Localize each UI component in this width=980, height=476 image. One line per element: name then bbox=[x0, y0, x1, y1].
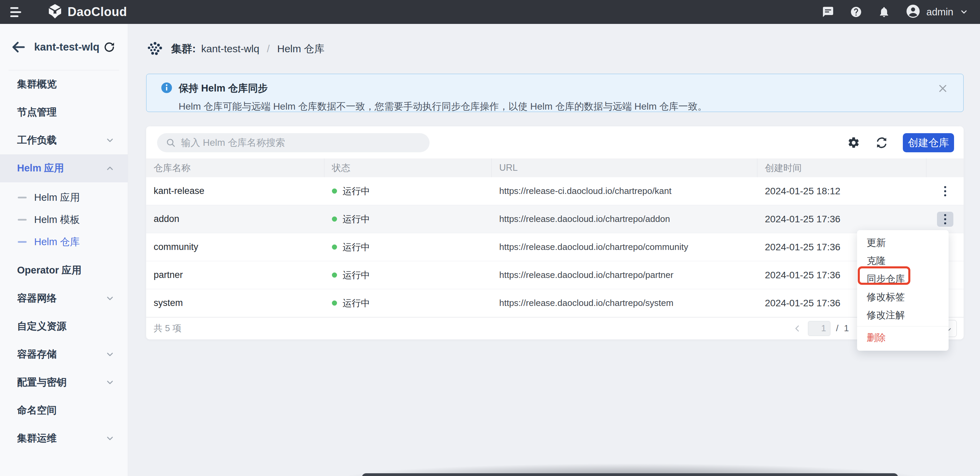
sidebar: kant-test-wlq 集群概览 节点管理 工作负载 Helm 应用 Hel… bbox=[0, 24, 128, 476]
prev-page-icon[interactable] bbox=[792, 323, 802, 334]
status-dot-running bbox=[332, 188, 337, 194]
username: admin bbox=[926, 6, 953, 18]
breadcrumb-separator: / bbox=[267, 43, 269, 55]
status-dot-running bbox=[332, 272, 337, 278]
column-header-name: 仓库名称 bbox=[146, 158, 325, 177]
cluster-dots-icon bbox=[147, 41, 163, 57]
menu-item-update[interactable]: 更新 bbox=[857, 234, 948, 252]
sidebar-item-config-secrets[interactable]: 配置与密钥 bbox=[0, 368, 128, 396]
dash-icon bbox=[18, 219, 27, 221]
row-actions-menu: 更新 克隆 同步仓库 修改标签 修改注解 删除 bbox=[857, 230, 948, 351]
info-icon bbox=[161, 82, 172, 95]
table-row-system[interactable]: system 运行中 https://release.daocloud.io/c… bbox=[146, 289, 964, 317]
topbar: DaoCloud admin bbox=[0, 0, 980, 24]
close-icon[interactable] bbox=[937, 82, 949, 95]
status-dot-running bbox=[332, 301, 337, 306]
chevron-down-icon bbox=[105, 378, 115, 387]
help-icon[interactable] bbox=[850, 6, 862, 18]
avatar-icon bbox=[906, 4, 920, 20]
chevron-down-icon bbox=[105, 135, 115, 145]
row-actions-kebab-icon-open[interactable] bbox=[937, 212, 953, 227]
settings-gear-icon[interactable] bbox=[847, 136, 861, 150]
search-input[interactable] bbox=[181, 137, 421, 148]
menu-toggle-icon[interactable] bbox=[10, 6, 24, 18]
chevron-down-icon bbox=[105, 434, 115, 443]
info-banner: 保持 Helm 仓库同步 Helm 仓库可能与远端 Helm 仓库数据不一致，您… bbox=[146, 74, 964, 112]
sidebar-header: kant-test-wlq bbox=[0, 24, 128, 70]
column-header-actions bbox=[926, 158, 964, 177]
breadcrumb-cluster-link[interactable]: kant-test-wlq bbox=[201, 43, 259, 55]
dash-icon bbox=[18, 197, 27, 198]
sidebar-item-node-management[interactable]: 节点管理 bbox=[0, 98, 128, 126]
page-separator: / bbox=[836, 323, 838, 334]
brand-logo[interactable]: DaoCloud bbox=[47, 3, 127, 21]
helm-submenu: Helm 应用 Helm 模板 Helm 仓库 bbox=[0, 182, 128, 256]
column-header-created: 创建时间 bbox=[757, 158, 926, 177]
sidebar-item-operator-apps[interactable]: Operator 应用 bbox=[0, 256, 128, 285]
sidebar-item-namespaces[interactable]: 命名空间 bbox=[0, 396, 128, 424]
sidebar-subitem-helm-templates[interactable]: Helm 模板 bbox=[0, 209, 128, 231]
menu-item-delete[interactable]: 删除 bbox=[857, 328, 948, 347]
topbar-actions: admin bbox=[822, 4, 968, 20]
cluster-name: kant-test-wlq bbox=[34, 41, 102, 53]
notifications-bell-icon[interactable] bbox=[878, 6, 890, 18]
page-number-input[interactable] bbox=[808, 321, 830, 336]
banner-description: Helm 仓库可能与远端 Helm 仓库数据不一致，您需要手动执行同步仓库操作，… bbox=[178, 100, 939, 113]
breadcrumb-current-page: Helm 仓库 bbox=[277, 42, 325, 56]
total-count: 共 5 项 bbox=[154, 322, 181, 334]
user-menu[interactable]: admin bbox=[906, 4, 968, 20]
sidebar-item-cluster-ops[interactable]: 集群运维 bbox=[0, 424, 128, 452]
table-row-community[interactable]: community 运行中 https://release.daocloud.i… bbox=[146, 233, 964, 261]
back-arrow-icon[interactable] bbox=[12, 40, 27, 54]
table-toolbar: 创建仓库 bbox=[146, 126, 964, 152]
chevron-down-icon bbox=[105, 350, 115, 359]
sidebar-item-cluster-overview[interactable]: 集群概览 bbox=[0, 70, 128, 98]
column-header-url: URL bbox=[492, 158, 757, 177]
table-row-kant-release[interactable]: kant-release 运行中 https://release-ci.daoc… bbox=[146, 177, 964, 205]
table-header: 仓库名称 状态 URL 创建时间 bbox=[146, 158, 964, 177]
switch-cluster-icon[interactable] bbox=[102, 40, 116, 54]
repo-table-card: 创建仓库 仓库名称 状态 URL 创建时间 kant-release 运行中 h… bbox=[146, 126, 964, 339]
chevron-up-icon bbox=[105, 164, 115, 173]
daocloud-logo-icon bbox=[47, 3, 63, 21]
breadcrumb-label: 集群: bbox=[171, 41, 196, 56]
menu-item-clone[interactable]: 克隆 bbox=[857, 252, 948, 270]
chevron-down-icon bbox=[959, 8, 968, 16]
column-header-status: 状态 bbox=[325, 158, 492, 177]
banner-title: 保持 Helm 仓库同步 bbox=[178, 81, 268, 95]
total-pages: 1 bbox=[844, 323, 849, 334]
repo-table: 仓库名称 状态 URL 创建时间 kant-release 运行中 https:… bbox=[146, 158, 964, 317]
search-icon bbox=[166, 138, 175, 148]
status-dot-running bbox=[332, 245, 337, 250]
feedback-icon[interactable] bbox=[822, 6, 834, 18]
main-content: 集群: kant-test-wlq / Helm 仓库 保持 Helm 仓库同步… bbox=[128, 24, 980, 476]
brand-name: DaoCloud bbox=[68, 5, 127, 19]
sidebar-subitem-helm-repos[interactable]: Helm 仓库 bbox=[0, 231, 128, 253]
refresh-icon[interactable] bbox=[875, 136, 888, 150]
daocloud-helm-repo-page: DaoCloud admin bbox=[0, 0, 980, 476]
sidebar-item-helm-apps[interactable]: Helm 应用 bbox=[0, 154, 128, 182]
sidebar-item-container-network[interactable]: 容器网络 bbox=[0, 285, 128, 312]
sidebar-item-workloads[interactable]: 工作负载 bbox=[0, 126, 128, 154]
menu-item-edit-labels[interactable]: 修改标签 bbox=[857, 288, 948, 306]
dash-icon bbox=[18, 241, 27, 243]
chevron-down-icon bbox=[105, 294, 115, 303]
menu-item-edit-annotations[interactable]: 修改注解 bbox=[857, 306, 948, 324]
row-actions-kebab-icon[interactable] bbox=[937, 184, 953, 199]
sidebar-subitem-helm-apps[interactable]: Helm 应用 bbox=[0, 186, 128, 209]
table-footer: 共 5 项 / 1 bbox=[146, 317, 964, 339]
sidebar-item-custom-resources[interactable]: 自定义资源 bbox=[0, 312, 128, 341]
sidebar-item-container-storage[interactable]: 容器存储 bbox=[0, 341, 128, 368]
create-repo-button[interactable]: 创建仓库 bbox=[903, 133, 954, 152]
search-box bbox=[157, 133, 430, 152]
table-row-partner[interactable]: partner 运行中 https://release.daocloud.io/… bbox=[146, 261, 964, 289]
menu-divider bbox=[857, 326, 948, 326]
table-row-addon[interactable]: addon 运行中 https://release.daocloud.io/ch… bbox=[146, 205, 964, 233]
breadcrumb: 集群: kant-test-wlq / Helm 仓库 bbox=[128, 24, 980, 74]
menu-item-sync-repo[interactable]: 同步仓库 bbox=[857, 270, 948, 288]
status-dot-running bbox=[332, 217, 337, 221]
